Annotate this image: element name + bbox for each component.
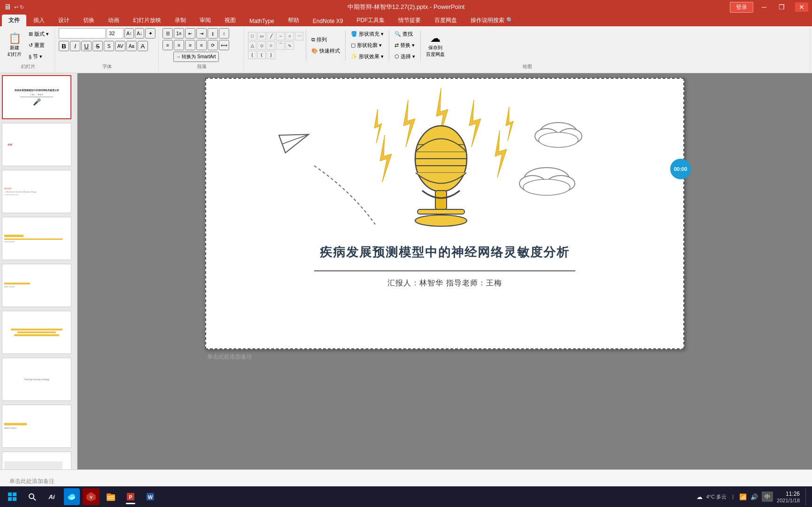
date-display: 2021/1/18	[777, 498, 800, 503]
reset-button[interactable]: ↺ 重置	[26, 40, 52, 51]
bold-button[interactable]: B	[59, 41, 69, 51]
tab-mathtype[interactable]: MathType	[243, 16, 281, 26]
tab-file[interactable]: 文件	[2, 15, 26, 26]
restore-button[interactable]: ❐	[775, 2, 789, 12]
align-center-button[interactable]: ≡	[174, 40, 184, 50]
shape-brace[interactable]: {	[248, 51, 256, 59]
font-size-increase[interactable]: A↑	[124, 28, 134, 38]
explorer-app[interactable]	[102, 488, 119, 505]
shape-brace2[interactable]: }	[267, 51, 275, 59]
shape-oval[interactable]: ○	[286, 32, 294, 40]
numbering-button[interactable]: 1≡	[174, 28, 184, 38]
word-app[interactable]: W	[142, 488, 159, 505]
underline-button[interactable]: U	[81, 41, 92, 51]
login-button[interactable]: 登录	[730, 2, 753, 13]
replace-button[interactable]: ⇄ 替换 ▾	[392, 40, 418, 51]
slide-thumb-6[interactable]	[2, 311, 71, 354]
shape-more[interactable]: ⋯	[295, 32, 303, 40]
char-spacing-button[interactable]: AV	[115, 41, 125, 51]
slide-thumb-9[interactable]	[2, 452, 71, 469]
bullets-button[interactable]: ☰	[162, 28, 173, 38]
font-color-button[interactable]: A	[138, 41, 148, 51]
tab-search[interactable]: 操作说明搜索 🔍	[464, 15, 519, 26]
font-size-input[interactable]	[107, 28, 124, 38]
decrease-indent-button[interactable]: ⇤	[185, 28, 195, 38]
drawing-group-label: 绘图	[248, 62, 807, 71]
slide-thumb-1[interactable]: 疾病发展预测模型中的神经网络灵敏度分析 汇报人：林智华 🎤	[2, 75, 71, 119]
network-icon: 📶	[739, 493, 747, 500]
shape-arrow[interactable]: →	[276, 32, 285, 40]
convert-smartart-button[interactable]: → 转换为 SmartArt	[173, 52, 219, 62]
shape-effect-button[interactable]: ✨ 形状效果 ▾	[348, 52, 387, 62]
slide-thumb-8[interactable]: slide 8 content	[2, 405, 71, 448]
slide-thumb-5[interactable]: slide content	[2, 264, 71, 307]
slide-panel[interactable]: 1 疾病发展预测模型中的神经网络灵敏度分析 汇报人：林智华 🎤 2 目录	[0, 73, 77, 469]
save-baidu-button[interactable]: ☁ 保存到百度网盘	[423, 31, 448, 60]
shape-diamond[interactable]: ◇	[257, 41, 266, 50]
quick-styles-button[interactable]: 🎨 快速样式	[309, 46, 343, 56]
select-button[interactable]: ⬡ 选择 ▾	[392, 52, 418, 62]
edge-app[interactable]	[63, 488, 80, 505]
ime-switch[interactable]: 中	[762, 492, 773, 502]
text-direction-button[interactable]: ⟳	[208, 40, 218, 50]
font-name-input[interactable]	[59, 28, 106, 38]
tab-record[interactable]: 录制	[168, 15, 193, 26]
powerpoint-app[interactable]: P	[122, 488, 139, 505]
shape-fill-button[interactable]: 🪣 形状填充 ▾	[348, 29, 387, 39]
tab-design[interactable]: 设计	[52, 15, 76, 26]
slide-canvas[interactable]: 00:00	[205, 78, 684, 349]
shape-curve[interactable]: ∿	[286, 41, 294, 50]
align-text-button[interactable]: ⟺	[219, 40, 229, 50]
tab-animations[interactable]: 动画	[101, 15, 126, 26]
tab-pdf[interactable]: PDF工具集	[350, 15, 391, 26]
strikethrough-button[interactable]: S̶	[93, 41, 103, 51]
close-button[interactable]: ✕	[795, 2, 808, 12]
slide-author[interactable]: 汇报人：林智华 指导老师：王梅	[387, 278, 502, 288]
slide-thumb-4[interactable]: content area	[2, 217, 71, 260]
clear-format-button[interactable]: ✦	[145, 28, 155, 38]
slide-thumb-2[interactable]: 目录	[2, 123, 71, 166]
tab-help[interactable]: 帮助	[281, 15, 306, 26]
tab-transitions[interactable]: 切换	[77, 15, 101, 26]
shape-outline-button[interactable]: ▢ 形状轮廓 ▾	[348, 40, 387, 51]
start-button[interactable]	[4, 488, 21, 505]
arrange-button[interactable]: ⧉ 排列	[309, 35, 343, 45]
increase-indent-button[interactable]: ⇥	[196, 28, 207, 38]
antivirus-app[interactable]: V	[83, 488, 100, 505]
shape-star[interactable]: ☆	[267, 41, 275, 50]
tab-review[interactable]: 审阅	[193, 15, 217, 26]
ai-badge[interactable]: Ai	[39, 486, 64, 507]
section-button[interactable]: § 节 ▾	[26, 52, 52, 62]
tab-storyboard[interactable]: 情节提要	[392, 15, 427, 26]
align-left-button[interactable]: ≡	[162, 40, 173, 50]
layout-button[interactable]: ⊞ 版式 ▾	[26, 29, 52, 39]
shape-rect[interactable]: □	[248, 32, 256, 40]
tab-baidu[interactable]: 百度网盘	[428, 15, 464, 26]
align-right-button[interactable]: ≡	[185, 40, 195, 50]
new-slide-button[interactable]: 📋 新建幻灯片	[5, 31, 24, 60]
justify-button[interactable]: ≡	[196, 40, 207, 50]
font-size-decrease[interactable]: A↓	[135, 28, 144, 38]
line-spacing-button[interactable]: ↕	[219, 28, 229, 38]
tab-insert[interactable]: 插入	[27, 15, 51, 26]
minimize-button[interactable]: ─	[758, 2, 770, 12]
find-button[interactable]: 🔍 查找	[392, 29, 418, 39]
shape-line[interactable]: ╱	[267, 32, 275, 40]
slide-thumb-7[interactable]: Training training strategy	[2, 358, 71, 401]
show-desktop-btn[interactable]	[805, 488, 808, 505]
shape-roundrect[interactable]: ▭	[257, 32, 266, 40]
title-bar-controls[interactable]: 登录 ─ ❐ ✕	[730, 2, 808, 13]
slide-thumb-3[interactable]: 研究背景 — Automatic Sensitive Analysis Desi…	[2, 170, 71, 213]
font-case-button[interactable]: Aa	[126, 41, 137, 51]
taskbar-search-button[interactable]	[23, 488, 40, 505]
tab-view[interactable]: 视图	[218, 15, 242, 26]
columns-button[interactable]: ⫿	[208, 28, 218, 38]
shape-paren[interactable]: (	[257, 51, 266, 59]
italic-button[interactable]: I	[70, 41, 80, 51]
shape-bend[interactable]: ⌒	[276, 41, 285, 50]
shadow-button[interactable]: S	[104, 41, 114, 51]
slide-main-title[interactable]: 疾病发展预测模型中的神经网络灵敏度分析	[320, 244, 570, 261]
tab-endnote[interactable]: EndNote X9	[306, 16, 350, 26]
shape-triangle[interactable]: △	[248, 41, 256, 50]
tab-slideshow[interactable]: 幻灯片放映	[126, 15, 168, 26]
